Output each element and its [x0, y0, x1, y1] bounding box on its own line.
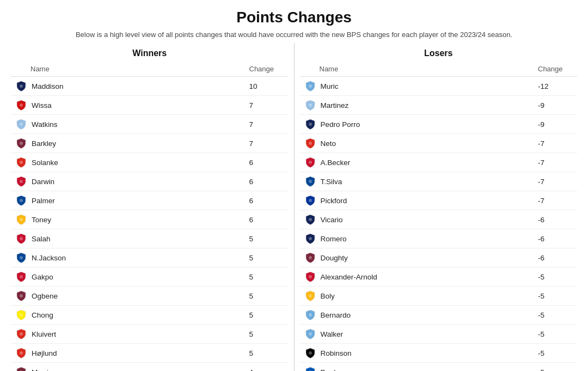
svg-point-24 — [309, 199, 312, 202]
table-row: Watkins 7 — [11, 115, 289, 134]
table-row: Robinson -5 — [300, 344, 578, 363]
svg-point-0 — [20, 84, 23, 88]
club-badge-icon — [15, 194, 27, 206]
player-name: Muric — [321, 82, 339, 90]
losers-name-col-header: Name — [300, 63, 534, 77]
player-name-cell: Doughty — [300, 248, 534, 267]
change-cell: -5 — [534, 267, 577, 287]
svg-point-12 — [20, 313, 23, 317]
club-badge-icon — [15, 137, 27, 149]
change-cell: -6 — [534, 210, 577, 229]
losers-change-col-header: Change — [534, 63, 577, 77]
change-cell: 5 — [245, 344, 289, 363]
svg-point-14 — [20, 351, 23, 355]
winners-section: Winners Name Change Maddison 10 Wissa — [11, 43, 289, 371]
table-row: Ogbene 5 — [11, 287, 289, 306]
change-cell: 7 — [245, 96, 289, 115]
club-badge-icon — [304, 252, 316, 264]
club-badge-icon — [304, 214, 316, 226]
change-cell: 5 — [245, 306, 289, 325]
player-name-cell: Neto — [300, 134, 534, 153]
player-name: Palmer — [32, 197, 55, 205]
change-cell: 5 — [245, 287, 289, 306]
losers-section: Losers Name Change Muric -12 Martinez — [300, 43, 578, 371]
player-name: Darwin — [32, 178, 54, 186]
table-row: Darwin 6 — [11, 172, 289, 191]
player-name-cell: Morris — [11, 363, 245, 372]
change-cell: 6 — [245, 172, 289, 191]
svg-point-21 — [309, 142, 312, 145]
svg-point-11 — [20, 294, 23, 297]
change-cell: -9 — [534, 115, 577, 134]
scroll-area[interactable]: Points Changes Below is a high level vie… — [0, 0, 588, 371]
club-badge-icon — [304, 328, 316, 340]
change-cell: -12 — [534, 77, 577, 96]
table-row: Maddison 10 — [11, 77, 289, 96]
winners-table: Name Change Maddison 10 Wissa 7 Watkins … — [11, 63, 289, 371]
player-name-cell: Palmer — [11, 191, 245, 210]
table-row: Martinez -9 — [300, 96, 578, 115]
change-cell: -5 — [534, 325, 577, 344]
player-name-cell: Watkins — [11, 115, 245, 134]
club-badge-icon — [15, 233, 27, 245]
change-cell: 5 — [245, 229, 289, 248]
player-name: Pedro Porro — [321, 120, 360, 129]
table-row: N.Jackson 5 — [11, 248, 289, 267]
player-name-cell: Pedro Porro — [300, 115, 534, 134]
player-name-cell: Romero — [300, 229, 534, 248]
table-row: Toney 6 — [11, 210, 289, 229]
club-badge-icon — [304, 99, 316, 111]
club-badge-icon — [15, 290, 27, 302]
club-badge-icon — [15, 309, 27, 321]
page-title: Points Changes — [11, 9, 577, 26]
player-name: Romero — [321, 235, 347, 243]
change-cell: 6 — [245, 210, 289, 229]
svg-point-32 — [309, 351, 312, 355]
player-name-cell: Alexander-Arnold — [300, 267, 534, 287]
player-name-cell: Walker — [300, 325, 534, 344]
svg-point-27 — [309, 256, 312, 259]
losers-table: Name Change Muric -12 Martinez -9 Pedro … — [300, 63, 578, 371]
club-badge-icon — [304, 175, 316, 187]
table-row: Vicario -6 — [300, 210, 578, 229]
player-name: Robinson — [321, 349, 352, 357]
table-row: Morris 4 — [11, 363, 289, 372]
svg-point-8 — [20, 237, 23, 240]
winners-change-col-header: Change — [245, 63, 289, 77]
change-cell: -7 — [534, 134, 577, 153]
player-name-cell: Solanke — [11, 153, 245, 172]
club-badge-icon — [15, 252, 27, 264]
change-cell: -9 — [534, 96, 577, 115]
winners-name-col-header: Name — [11, 63, 245, 77]
club-badge-icon — [304, 118, 316, 130]
player-name-cell: Ogbene — [11, 287, 245, 306]
change-cell: 7 — [245, 134, 289, 153]
player-name-cell: Boly — [300, 287, 534, 306]
change-cell: 6 — [245, 153, 289, 172]
player-name: Alexander-Arnold — [321, 273, 377, 281]
svg-point-26 — [309, 237, 312, 240]
club-badge-icon — [304, 290, 316, 302]
svg-point-4 — [20, 161, 23, 164]
player-name: Pickford — [321, 197, 347, 205]
club-badge-icon — [15, 328, 27, 340]
player-name: Maddison — [32, 82, 64, 90]
table-row: Neto -7 — [300, 134, 578, 153]
player-name-cell: Barkley — [11, 134, 245, 153]
player-name: N.Jackson — [32, 254, 66, 262]
player-name: Toney — [32, 216, 51, 224]
player-name: Martinez — [321, 101, 349, 110]
table-row: Walker -5 — [300, 325, 578, 344]
change-cell: 10 — [245, 77, 289, 96]
club-badge-icon — [304, 347, 316, 359]
table-row: Boly -5 — [300, 287, 578, 306]
player-name: Doughty — [321, 254, 348, 262]
change-cell: -7 — [534, 172, 577, 191]
table-row: Pedro Porro -9 — [300, 115, 578, 134]
change-cell: -5 — [534, 287, 577, 306]
page-header: Points Changes Below is a high level vie… — [0, 0, 588, 43]
table-row: Kluivert 5 — [11, 325, 289, 344]
player-name: Dunk — [321, 368, 338, 372]
club-badge-icon — [304, 271, 316, 283]
player-name-cell: Maddison — [11, 77, 245, 96]
